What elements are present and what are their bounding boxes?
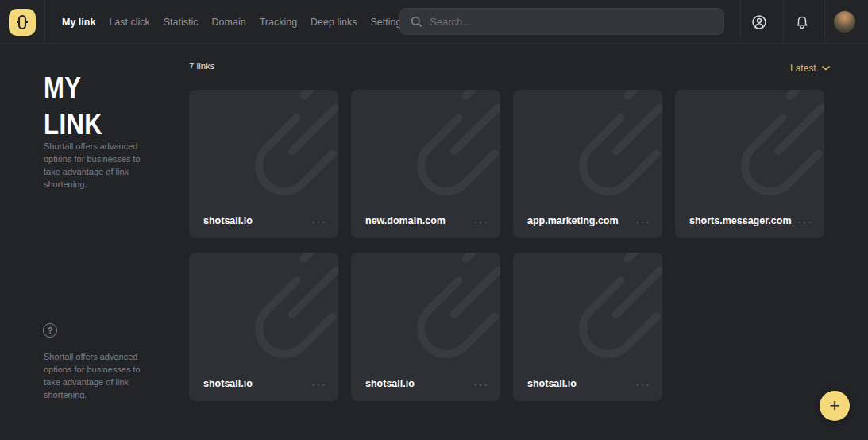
- help-icon[interactable]: ?: [43, 323, 57, 338]
- nav-item[interactable]: Last click: [109, 17, 149, 28]
- paperclip-logo-icon: [15, 14, 29, 31]
- nav-item[interactable]: Setting: [370, 17, 401, 28]
- top-navbar: My link Last click Statistic Domain Trac…: [0, 0, 868, 44]
- link-card-title: shotsall.io: [203, 215, 253, 226]
- link-card-title: app.marketing.com: [527, 215, 619, 226]
- plus-icon: +: [830, 396, 840, 416]
- card-menu-button[interactable]: ···: [474, 216, 489, 228]
- sort-label: Latest: [790, 63, 816, 74]
- chevron-down-icon: [822, 66, 830, 71]
- help-icon-glyph: ?: [48, 326, 53, 335]
- account-icon: [750, 14, 768, 31]
- link-card-title: new.domain.com: [365, 215, 446, 226]
- links-count: 7 links: [189, 61, 215, 71]
- bell-icon: [793, 14, 811, 31]
- links-grid: shotsall.io ··· new.domain.com ···: [189, 90, 824, 401]
- search-icon: [411, 16, 422, 28]
- navbar-divider: [783, 0, 784, 44]
- link-card-title: shorts.messager.com: [689, 215, 792, 226]
- page-title-line1: MY: [44, 71, 81, 104]
- link-card[interactable]: new.domain.com ···: [351, 90, 500, 238]
- logo-container: [0, 0, 45, 44]
- sidebar-description: Shortall offers advanced options for bus…: [44, 140, 152, 191]
- link-card[interactable]: shotsall.io ···: [351, 253, 500, 401]
- user-avatar[interactable]: [834, 11, 855, 33]
- navbar-divider: [824, 0, 825, 44]
- link-card[interactable]: shotsall.io ···: [513, 253, 662, 401]
- card-menu-button[interactable]: ···: [312, 379, 327, 391]
- link-card[interactable]: app.marketing.com ···: [513, 90, 662, 238]
- navbar-divider: [740, 0, 741, 44]
- page-title-line2: LINK: [44, 108, 102, 141]
- nav-item[interactable]: Tracking: [260, 17, 297, 28]
- card-menu-button[interactable]: ···: [636, 216, 651, 228]
- link-card[interactable]: shotsall.io ···: [189, 253, 338, 401]
- nav-item[interactable]: Domain: [212, 17, 246, 28]
- link-card[interactable]: shorts.messager.com ···: [675, 90, 824, 238]
- link-card[interactable]: shotsall.io ···: [189, 90, 338, 238]
- nav-item[interactable]: My link: [62, 17, 95, 28]
- sort-dropdown[interactable]: Latest: [790, 62, 830, 75]
- card-menu-button[interactable]: ···: [798, 216, 813, 228]
- nav-item[interactable]: Deep links: [311, 17, 357, 28]
- page-title: MY LINK: [44, 70, 102, 143]
- account-button[interactable]: [746, 0, 772, 44]
- link-card-title: shotsall.io: [365, 378, 415, 389]
- search-input[interactable]: [430, 16, 713, 28]
- sidebar-help-description: Shortall offers advanced options for bus…: [44, 350, 152, 401]
- notifications-button[interactable]: [789, 0, 815, 44]
- shortall-logo[interactable]: [9, 9, 36, 36]
- link-card-title: shotsall.io: [527, 378, 577, 389]
- card-menu-button[interactable]: ···: [474, 379, 489, 391]
- card-menu-button[interactable]: ···: [312, 216, 327, 228]
- search-box: [399, 8, 724, 35]
- nav-item[interactable]: Statistic: [164, 17, 199, 28]
- add-link-button[interactable]: +: [820, 391, 850, 421]
- main-nav: My link Last click Statistic Domain Trac…: [62, 0, 401, 44]
- link-card-title: shotsall.io: [203, 378, 253, 389]
- card-menu-button[interactable]: ···: [636, 379, 651, 391]
